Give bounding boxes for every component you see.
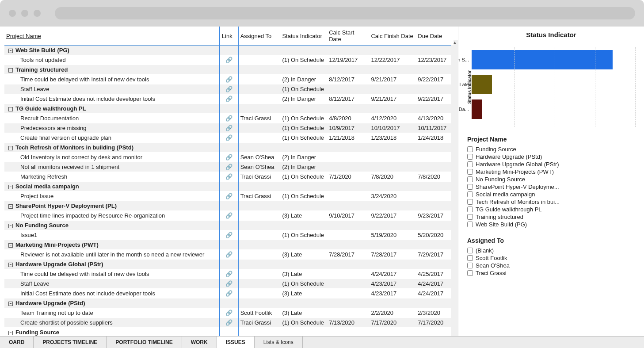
project-filter-item[interactable]: No Funding Source [467, 176, 635, 183]
issue-row[interactable]: Recruit Documentation🔗Traci Grassi(1) On… [4, 114, 453, 123]
minimize-icon[interactable] [21, 10, 28, 17]
project-filter-item[interactable]: SharePoint Hyper-V Deployme... [467, 183, 635, 191]
link-icon[interactable]: 🔗 [225, 173, 232, 180]
filter-checkbox[interactable] [467, 146, 473, 152]
project-filter-item[interactable]: Training structured [467, 213, 635, 221]
link-icon[interactable]: 🔗 [225, 212, 232, 219]
filter-checkbox[interactable] [467, 207, 473, 212]
link-icon[interactable]: 🔗 [225, 280, 232, 287]
issue-row[interactable]: Create final version of upgrade plan🔗(1)… [4, 133, 453, 143]
column-header[interactable]: Status Indicator [280, 27, 327, 46]
issue-row[interactable]: Project time lines impacted by Resource … [4, 211, 453, 221]
issue-row[interactable]: Old Inventory is not correct by desk and… [4, 153, 453, 162]
group-row[interactable]: −Web Site Build (PG) [4, 46, 453, 55]
project-filter-item[interactable]: TG Guide walkthrough PL [467, 206, 635, 213]
link-icon[interactable]: 🔗 [225, 134, 232, 141]
issue-row[interactable]: Marketing Refresh🔗Traci Grassi(1) On Sch… [4, 172, 453, 182]
project-filter-item[interactable]: Web Site Build (PG) [467, 221, 635, 228]
tab-lists-icons[interactable]: Lists & Icons [255, 337, 303, 348]
link-icon[interactable]: 🔗 [225, 290, 232, 297]
column-header[interactable]: Project Name [4, 27, 220, 46]
issue-row[interactable]: Staff Leave🔗(1) On Schedule4/23/20174/24… [4, 279, 453, 289]
collapse-icon[interactable]: − [8, 243, 13, 248]
column-header[interactable]: Due Date [416, 27, 453, 46]
address-bar[interactable] [55, 7, 635, 19]
group-row[interactable]: −Hardware Upgrade Global (PStr) [4, 260, 453, 269]
group-row[interactable]: −Marketing Mini-Projects (PWT) [4, 240, 453, 250]
link-icon[interactable]: 🔗 [225, 232, 232, 238]
chart-bar[interactable] [472, 75, 492, 94]
filter-checkbox[interactable] [467, 214, 473, 220]
filter-checkbox[interactable] [467, 154, 473, 160]
group-row[interactable]: −Funding Source [4, 328, 453, 337]
link-icon[interactable]: 🔗 [225, 271, 232, 277]
filter-checkbox[interactable] [467, 191, 473, 197]
filter-checkbox[interactable] [467, 176, 473, 182]
close-icon[interactable] [9, 10, 16, 17]
project-filter-item[interactable]: Marketing Mini-Projects (PWT) [467, 168, 635, 176]
collapse-icon[interactable]: − [8, 204, 13, 209]
link-icon[interactable]: 🔗 [225, 125, 232, 131]
collapse-icon[interactable]: − [8, 107, 13, 111]
filter-checkbox[interactable] [467, 199, 473, 205]
issue-row[interactable]: Tools not updated🔗(1) On Schedule12/19/2… [4, 55, 453, 65]
filter-checkbox[interactable] [467, 161, 473, 167]
column-header[interactable]: Assigned To [238, 27, 280, 46]
tab-oard[interactable]: OARD [0, 337, 34, 348]
issue-row[interactable]: Staff Leave🔗(1) On Schedule [4, 84, 453, 94]
filter-checkbox[interactable] [467, 255, 473, 261]
column-header[interactable]: Calc Start Date [327, 27, 369, 46]
group-row[interactable]: −Training structured [4, 65, 453, 75]
issue-row[interactable]: Initial Cost Estimate does not include d… [4, 289, 453, 298]
filter-checkbox[interactable] [467, 248, 473, 253]
tab-projects-timeline[interactable]: PROJECTS TIMELINE [34, 337, 107, 348]
project-filter-item[interactable]: Funding Source [467, 145, 635, 153]
collapse-icon[interactable]: − [8, 263, 13, 267]
issue-row[interactable]: Time could be delayed with install of ne… [4, 75, 453, 84]
column-header[interactable]: Link [220, 27, 238, 46]
filter-checkbox[interactable] [467, 184, 473, 190]
issue-row[interactable]: Create shortlist of possible suppliers🔗T… [4, 318, 453, 328]
link-icon[interactable]: 🔗 [225, 310, 232, 316]
tab-issues[interactable]: ISSUES [217, 336, 255, 348]
column-header[interactable]: Calc Finish Date [369, 27, 416, 46]
group-row[interactable]: −TG Guide walkthrough PL [4, 104, 453, 114]
group-row[interactable]: −SharePoint Hyper-V Deployment (PL) [4, 201, 453, 211]
maximize-icon[interactable] [34, 10, 41, 17]
collapse-icon[interactable]: − [8, 68, 13, 73]
tab-work[interactable]: WORK [182, 337, 217, 348]
project-filter-item[interactable]: Social media campaign [467, 191, 635, 198]
group-row[interactable]: −Hardware Upgrade (PStd) [4, 298, 453, 308]
collapse-icon[interactable]: − [8, 224, 13, 228]
issue-row[interactable]: Project Issue🔗Traci Grassi(1) On Schedul… [4, 191, 453, 201]
collapse-icon[interactable]: − [8, 302, 13, 306]
filter-checkbox[interactable] [467, 270, 473, 276]
link-icon[interactable]: 🔗 [225, 96, 232, 102]
link-icon[interactable]: 🔗 [225, 76, 232, 83]
issue-row[interactable]: Time could be delayed with install of ne… [4, 269, 453, 279]
group-row[interactable]: −Tech Refresh of Monitors in building (P… [4, 143, 453, 153]
chart-bar[interactable] [472, 99, 482, 119]
assigned-filter-item[interactable]: (Blank) [467, 247, 635, 254]
link-icon[interactable]: 🔗 [225, 86, 232, 92]
filter-checkbox[interactable] [467, 222, 473, 227]
link-icon[interactable]: 🔗 [225, 164, 232, 170]
chart-bar[interactable] [472, 50, 613, 69]
link-icon[interactable]: 🔗 [225, 154, 232, 161]
assigned-filter-item[interactable]: Scott Footlik [467, 254, 635, 262]
filter-checkbox[interactable] [467, 263, 473, 268]
link-icon[interactable]: 🔗 [225, 115, 232, 122]
issues-grid[interactable]: Project NameLinkAssigned ToStatus Indica… [4, 27, 453, 336]
filter-checkbox[interactable] [467, 169, 473, 175]
assigned-filter-item[interactable]: Sean O'Shea [467, 262, 635, 269]
project-filter-item[interactable]: Hardware Upgrade Global (PStr) [467, 161, 635, 168]
link-icon[interactable]: 🔗 [225, 57, 232, 63]
issue-row[interactable]: Reviewer is not available until later in… [4, 250, 453, 260]
project-filter-item[interactable]: Tech Refresh of Monitors in bui... [467, 198, 635, 206]
issue-row[interactable]: Team Training not up to date🔗Scott Footl… [4, 308, 453, 318]
group-row[interactable]: −Social media campaign [4, 182, 453, 191]
collapse-icon[interactable]: − [8, 331, 13, 335]
group-row[interactable]: −No Funding Source [4, 221, 453, 230]
collapse-icon[interactable]: − [8, 185, 13, 189]
issue-row[interactable]: Predecessors are missing🔗(1) On Schedule… [4, 123, 453, 133]
